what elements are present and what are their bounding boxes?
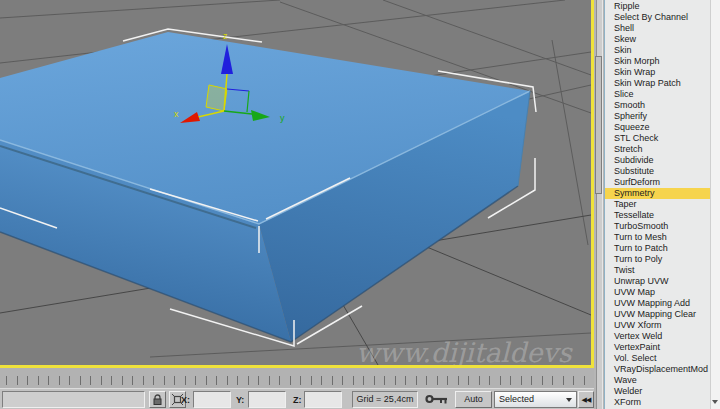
modifier-item-select-by-channel[interactable]: Select By Channel bbox=[605, 12, 710, 23]
track-bar-tick bbox=[384, 376, 385, 385]
track-bar-tick bbox=[584, 376, 585, 385]
modifier-item-spherify[interactable]: Spherify bbox=[605, 111, 710, 122]
set-keys-key-icon[interactable] bbox=[424, 391, 451, 408]
track-bar-tick bbox=[311, 376, 312, 385]
track-bar-tick bbox=[164, 376, 165, 385]
modifier-list-scrollbar[interactable] bbox=[710, 0, 720, 409]
modifier-item-slice[interactable]: Slice bbox=[605, 89, 710, 100]
modifier-item-squeeze[interactable]: Squeeze bbox=[605, 122, 710, 133]
modifier-item-uvw-mapping-clear[interactable]: UVW Mapping Clear bbox=[605, 309, 710, 320]
track-bar-tick bbox=[290, 376, 291, 385]
track-bar-tick bbox=[552, 376, 553, 385]
modifier-item-skin-wrap[interactable]: Skin Wrap bbox=[605, 67, 710, 78]
z-coordinate-input[interactable] bbox=[304, 391, 342, 408]
track-bar-tick bbox=[332, 376, 333, 385]
modifier-item-turbosmooth[interactable]: TurboSmooth bbox=[605, 221, 710, 232]
track-bar-tick bbox=[300, 376, 301, 385]
track-bar-tick bbox=[143, 376, 144, 385]
track-bar-tick bbox=[69, 376, 70, 385]
modifier-item-vol-select[interactable]: Vol. Select bbox=[605, 353, 710, 364]
modifier-item-stl-check[interactable]: STL Check bbox=[605, 133, 710, 144]
maxscript-mini-listener[interactable] bbox=[2, 391, 145, 408]
track-bar-tick bbox=[6, 376, 7, 385]
track-bar-tick bbox=[80, 376, 81, 385]
modifier-item-vertexpaint[interactable]: VertexPaint bbox=[605, 342, 710, 353]
track-bar-tick bbox=[59, 376, 60, 385]
track-bar-tick bbox=[563, 376, 564, 385]
key-filter-dropdown[interactable]: Selected bbox=[494, 391, 577, 408]
scrollbar-thumb[interactable] bbox=[595, 56, 602, 194]
modifier-item-unwrap-uvw[interactable]: Unwrap UVW bbox=[605, 276, 710, 287]
command-panel-scrollbar[interactable] bbox=[594, 0, 604, 409]
track-bar-tick bbox=[437, 376, 438, 385]
modifier-item-symmetry[interactable]: Symmetry bbox=[605, 188, 710, 199]
track-bar-tick bbox=[426, 376, 427, 385]
status-bar: X: Y: Z: Grid = 25,4cm Auto Key Selected… bbox=[0, 388, 594, 409]
watermark-text: www.dijitaldevs bbox=[356, 337, 574, 365]
track-bar-tick bbox=[227, 376, 228, 385]
modifier-item-turn-to-mesh[interactable]: Turn to Mesh bbox=[605, 232, 710, 243]
track-bar-tick bbox=[521, 376, 522, 385]
track-bar-tick bbox=[395, 376, 396, 385]
x-coordinate-input[interactable] bbox=[193, 391, 231, 408]
track-bar-tick bbox=[27, 376, 28, 385]
modifier-item-uvw-mapping-add[interactable]: UVW Mapping Add bbox=[605, 298, 710, 309]
grid-size-display: Grid = 25,4cm bbox=[352, 391, 418, 408]
track-bar-tick bbox=[353, 376, 354, 385]
y-coordinate-label: Y: bbox=[236, 395, 244, 405]
modifier-item-turn-to-patch[interactable]: Turn to Patch bbox=[605, 243, 710, 254]
modifier-item-stretch[interactable]: Stretch bbox=[605, 144, 710, 155]
modifier-item-skew[interactable]: Skew bbox=[605, 34, 710, 45]
auto-key-button[interactable]: Auto Key bbox=[455, 391, 492, 408]
viewport-scene: www.dijitaldevs bbox=[0, 0, 591, 365]
modifier-item-skin-morph[interactable]: Skin Morph bbox=[605, 56, 710, 67]
gizmo-x-label: x bbox=[174, 109, 179, 119]
track-bar-tick bbox=[153, 376, 154, 385]
track-bar-tick bbox=[206, 376, 207, 385]
modifier-item-smooth[interactable]: Smooth bbox=[605, 100, 710, 111]
y-coordinate-input[interactable] bbox=[248, 391, 286, 408]
scroll-down-button[interactable] bbox=[711, 396, 720, 408]
track-bar-tick bbox=[573, 376, 574, 385]
modifier-item-twist[interactable]: Twist bbox=[605, 265, 710, 276]
3dsmax-window: www.dijitaldevs bbox=[0, 0, 720, 409]
track-bar-tick bbox=[90, 376, 91, 385]
modifier-dropdown-list[interactable]: RippleSelect By ChannelShellSkewSkinSkin… bbox=[604, 0, 710, 409]
lock-selection-button[interactable] bbox=[149, 391, 166, 408]
modifier-item-shell[interactable]: Shell bbox=[605, 23, 710, 34]
perspective-viewport[interactable]: www.dijitaldevs bbox=[0, 0, 591, 365]
modifier-item-xform[interactable]: XForm bbox=[605, 397, 710, 408]
track-bar-tick bbox=[237, 376, 238, 385]
modifier-item-skin[interactable]: Skin bbox=[605, 45, 710, 56]
modifier-item-subdivide[interactable]: Subdivide bbox=[605, 155, 710, 166]
track-bar-tick bbox=[122, 376, 123, 385]
track-bar-tick bbox=[374, 376, 375, 385]
track-bar-tick bbox=[101, 376, 102, 385]
modifier-item-welder[interactable]: Welder bbox=[605, 386, 710, 397]
modifier-item-turn-to-poly[interactable]: Turn to Poly bbox=[605, 254, 710, 265]
modifier-item-skin-wrap-patch[interactable]: Skin Wrap Patch bbox=[605, 78, 710, 89]
go-to-start-button[interactable]: ◀◀ bbox=[578, 391, 594, 408]
track-bar-tick bbox=[489, 376, 490, 385]
modifier-item-substitute[interactable]: Substitute bbox=[605, 166, 710, 177]
box-object[interactable] bbox=[0, 32, 530, 342]
track-bar[interactable] bbox=[0, 368, 594, 388]
modifier-item-uvw-xform[interactable]: UVW Xform bbox=[605, 320, 710, 331]
track-bar-tick bbox=[416, 376, 417, 385]
track-bar-tick bbox=[542, 376, 543, 385]
track-bar-tick bbox=[248, 376, 249, 385]
track-bar-tick bbox=[458, 376, 459, 385]
modifier-item-vertex-weld[interactable]: Vertex Weld bbox=[605, 331, 710, 342]
modifier-item-tessellate[interactable]: Tessellate bbox=[605, 210, 710, 221]
track-bar-tick bbox=[174, 376, 175, 385]
z-coordinate-label: Z: bbox=[293, 395, 302, 405]
modifier-item-wave[interactable]: Wave bbox=[605, 375, 710, 386]
modifier-item-surfdeform[interactable]: SurfDeform bbox=[605, 177, 710, 188]
track-bar-tick bbox=[38, 376, 39, 385]
modifier-item-vraydisplacementmod[interactable]: VRayDisplacementMod bbox=[605, 364, 710, 375]
modifier-item-uvw-map[interactable]: UVW Map bbox=[605, 287, 710, 298]
track-bar-tick bbox=[258, 376, 259, 385]
modifier-item-ripple[interactable]: Ripple bbox=[605, 1, 710, 12]
track-bar-tick bbox=[447, 376, 448, 385]
modifier-item-taper[interactable]: Taper bbox=[605, 199, 710, 210]
